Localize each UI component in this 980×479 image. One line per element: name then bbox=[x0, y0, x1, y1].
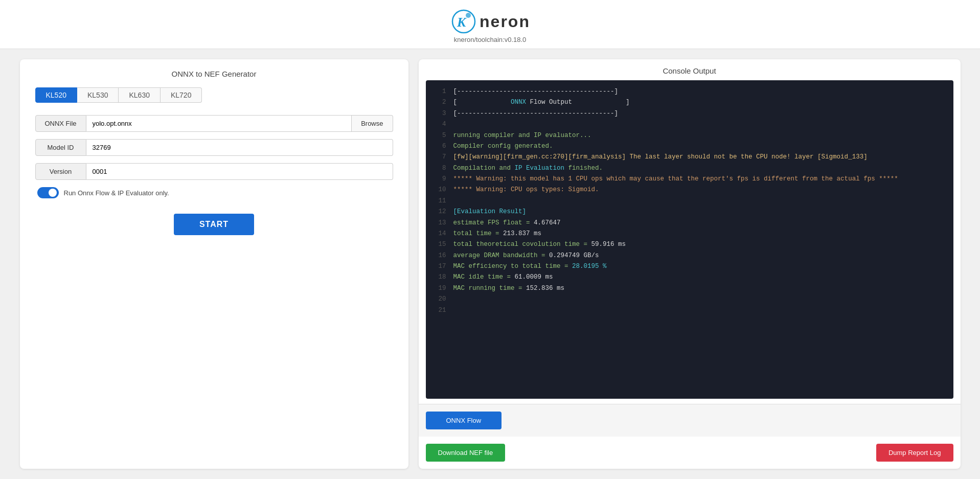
console-line: 13estimate FPS float = 4.67647 bbox=[426, 218, 953, 229]
svg-point-2 bbox=[466, 13, 471, 18]
version-row: Version bbox=[35, 163, 393, 180]
header: K neron kneron/toolchain:v0.18.0 bbox=[0, 0, 980, 49]
console-line: 8Compilation and IP Evaluation finished. bbox=[426, 163, 953, 174]
onnx-file-row: ONNX File Browse bbox=[35, 115, 393, 132]
logo-text: neron bbox=[480, 12, 530, 31]
main-content: ONNX to NEF Generator KL520 KL530 KL630 … bbox=[10, 49, 971, 479]
console-line: 5running compiler and IP evaluator... bbox=[426, 130, 953, 141]
kneron-logo-icon: K bbox=[450, 9, 477, 34]
bottom-actions: Download NEF file Dump Report Log bbox=[419, 437, 961, 469]
console-line: 16average DRAM bandwidth = 0.294749 GB/s bbox=[426, 250, 953, 261]
subtitle: kneron/toolchain:v0.18.0 bbox=[454, 36, 527, 43]
toggle-switch[interactable] bbox=[37, 187, 59, 198]
tab-kl630[interactable]: KL630 bbox=[119, 87, 160, 103]
onnx-file-input[interactable] bbox=[86, 115, 352, 132]
console-line: 12[Evaluation Result] bbox=[426, 207, 953, 217]
console-line: 9***** Warning: this model has 1 CPU ops… bbox=[426, 174, 953, 185]
dump-report-button[interactable]: Dump Report Log bbox=[876, 444, 953, 462]
toggle-label: Run Onnx Flow & IP Evaluator only. bbox=[64, 189, 169, 197]
browse-button[interactable]: Browse bbox=[352, 115, 393, 132]
tab-kl720[interactable]: KL720 bbox=[161, 87, 202, 103]
version-input[interactable] bbox=[86, 163, 393, 180]
console-line: 19MAC running time = 152.836 ms bbox=[426, 283, 953, 294]
start-button[interactable]: START bbox=[174, 214, 254, 235]
onnx-flow-bar: ONNX Flow bbox=[419, 404, 961, 437]
console-line: 14total time = 213.837 ms bbox=[426, 229, 953, 239]
model-id-label: Model ID bbox=[35, 139, 86, 156]
start-btn-row: START bbox=[35, 214, 393, 235]
svg-text:K: K bbox=[457, 15, 467, 30]
console-output[interactable]: 1[--------------------------------------… bbox=[426, 80, 953, 399]
console-line: 4 bbox=[426, 119, 953, 130]
console-line: 10***** Warning: CPU ops types: Sigmoid. bbox=[426, 185, 953, 195]
console-title: Console Output bbox=[419, 59, 961, 80]
left-panel-title: ONNX to NEF Generator bbox=[35, 70, 393, 78]
console-line: 21 bbox=[426, 305, 953, 316]
onnx-flow-button[interactable]: ONNX Flow bbox=[426, 412, 502, 429]
console-line: 6Compiler config generated. bbox=[426, 141, 953, 152]
chip-tabs: KL520 KL530 KL630 KL720 bbox=[35, 87, 393, 103]
toggle-row: Run Onnx Flow & IP Evaluator only. bbox=[35, 187, 393, 198]
tab-kl520[interactable]: KL520 bbox=[35, 87, 77, 103]
console-line: 18MAC idle time = 61.0009 ms bbox=[426, 272, 953, 283]
onnx-file-label: ONNX File bbox=[35, 115, 86, 132]
model-id-row: Model ID bbox=[35, 139, 393, 156]
console-line: 17MAC efficiency to total time = 28.0195… bbox=[426, 261, 953, 272]
console-line: 20 bbox=[426, 294, 953, 305]
console-line: 1[--------------------------------------… bbox=[426, 86, 953, 97]
right-panel: Console Output 1[-----------------------… bbox=[419, 59, 961, 469]
download-nef-button[interactable]: Download NEF file bbox=[426, 444, 506, 462]
console-line: 2[ ONNX Flow Output ] bbox=[426, 97, 953, 108]
console-line: 3[--------------------------------------… bbox=[426, 108, 953, 119]
model-id-input[interactable] bbox=[86, 139, 393, 156]
console-line: 11 bbox=[426, 196, 953, 207]
console-line: 7[fw][warning][firm_gen.cc:270][firm_ana… bbox=[426, 152, 953, 163]
version-label: Version bbox=[35, 163, 86, 180]
tab-kl530[interactable]: KL530 bbox=[77, 87, 119, 103]
left-panel: ONNX to NEF Generator KL520 KL530 KL630 … bbox=[20, 59, 408, 469]
console-line: 15total theoretical covolution time = 59… bbox=[426, 239, 953, 250]
logo-area: K neron bbox=[450, 9, 530, 34]
